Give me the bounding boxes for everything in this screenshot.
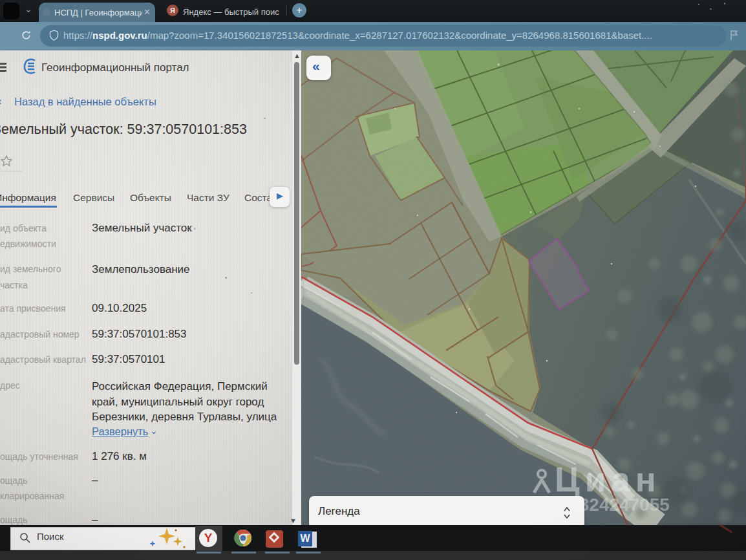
svg-text:Циан: Циан [555, 460, 661, 499]
